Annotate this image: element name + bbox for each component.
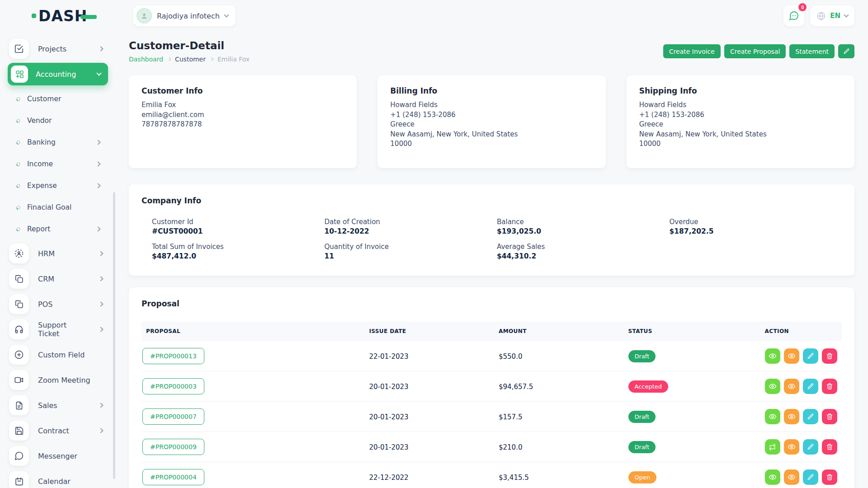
sidebar-item-messenger[interactable]: Messenger [9,443,115,469]
chevron-right-icon [98,251,103,256]
delete-button[interactable] [822,469,837,485]
statement-button[interactable]: Statement [789,44,835,58]
eye-icon [769,382,777,390]
eye-icon [769,473,777,481]
status-badge: Draft [628,411,656,423]
preview-button[interactable] [784,379,799,394]
stat-quantity-of-invoice: Quantity of Invoice 11 [325,243,497,260]
column-header-proposal: PROPOSAL [142,322,369,341]
status-badge: Open [628,471,657,483]
sidebar-item-income[interactable]: Income [9,153,115,175]
sidebar-item-finacial-goal[interactable]: Finacial Goal [9,197,115,218]
chevron-right-icon [95,140,100,145]
brand-logo[interactable]: DASH [32,9,133,23]
shipping-country: Greece [639,120,842,130]
amount: $210.0 [499,443,523,451]
edit-button[interactable] [803,469,818,485]
hrm-icon [9,244,29,263]
preview-button[interactable] [784,469,799,485]
stat-customer-id: Customer Id #CUST00001 [152,218,325,235]
delete-button[interactable] [822,348,837,364]
preview-button[interactable] [784,439,799,455]
customer-phone: 78787878787878 [142,120,344,130]
chevron-right-icon [98,301,103,306]
create-invoice-button[interactable]: Create Invoice [663,44,721,58]
proposal-id-link[interactable]: #PROP000007 [142,408,204,425]
view-button[interactable] [765,409,780,424]
sidebar-item-report[interactable]: Report [9,218,115,240]
breadcrumb-customer[interactable]: Customer [175,56,206,63]
card-title: Billing Info [390,86,593,95]
shipping-zip: 10000 [639,139,842,149]
edit-button[interactable] [803,348,818,364]
preview-button[interactable] [784,409,799,424]
trash-icon [826,413,833,420]
sidebar-item-accounting[interactable]: Accounting [8,63,108,85]
chevron-down-icon [96,70,101,75]
issue-date: 22-12-2022 [369,474,408,482]
proposal-id-link[interactable]: #PROP000013 [142,348,204,364]
sidebar-item-expense[interactable]: Expense [9,175,115,197]
chevron-down-icon [224,12,229,17]
breadcrumb-current: Emilia Fox [217,56,250,63]
issue-date: 20-01-2023 [369,383,408,391]
proposal-id-link[interactable]: #PROP000009 [142,439,204,455]
preview-button[interactable] [784,348,799,364]
view-button[interactable] [765,379,780,394]
sidebar-item-hrm[interactable]: HRM [9,241,115,266]
proposal-id-link[interactable]: #PROP000003 [142,378,204,394]
convert-button[interactable] [765,439,780,455]
delete-button[interactable] [822,409,837,424]
edit-button[interactable] [803,379,818,394]
edit-customer-button[interactable] [838,44,854,58]
stat-overdue: Overdue $187,202.5 [670,218,842,235]
sidebar-item-vendor[interactable]: Vendor [9,110,115,131]
create-proposal-button[interactable]: Create Proposal [724,44,786,58]
table-row: #PROP000009 20-01-2023 $210.0 Draft [142,432,842,462]
bullet-icon [15,161,21,167]
view-button[interactable] [765,348,780,364]
billing-name: Howard Fields [390,100,593,110]
sidebar-item-crm[interactable]: CRM [9,266,115,291]
view-button[interactable] [765,469,780,485]
amount: $94,657.5 [499,383,533,391]
logo-dot-icon [32,14,36,18]
sidebar-item-custom-field[interactable]: Custom Field [9,342,115,367]
card-title: Customer Info [142,86,344,95]
sidebar-item-calendar[interactable]: Calendar [9,469,115,488]
delete-button[interactable] [822,379,837,394]
trash-icon [826,383,833,390]
status-badge: Accepted [628,380,669,393]
table-row: #PROP000003 20-01-2023 $94,657.5 Accepte… [142,371,842,402]
sidebar-item-zoom-meeting[interactable]: Zoom Meeting [9,367,115,393]
sidebar-item-banking[interactable]: Banking [9,131,115,153]
sidebar-item-support-ticket[interactable]: Support Ticket [9,317,115,342]
workspace-switcher[interactable]: Rajodiya infotech [133,5,236,26]
breadcrumb-dashboard[interactable]: Dashboard [129,56,163,63]
sidebar-scrollbar[interactable] [113,192,115,479]
edit-button[interactable] [803,409,818,424]
copy-icon [9,294,29,314]
chevron-right-icon [95,183,100,188]
sidebar-item-projects[interactable]: Projects [9,36,115,61]
main-content: Customer-Detail Dashboard Customer Emili… [115,32,868,488]
chat-bubble-icon [9,446,29,466]
messages-button[interactable]: 0 [783,5,804,26]
billing-address: New Aasamj, New York, United States [390,130,593,140]
amount: $550.0 [499,352,523,361]
sidebar-item-customer[interactable]: Customer [9,88,115,110]
sidebar-item-pos[interactable]: POS [9,291,115,317]
sidebar-item-sales[interactable]: Sales [9,393,115,418]
edit-button[interactable] [803,439,818,455]
eye-icon [769,352,777,360]
billing-zip: 10000 [390,139,593,149]
sidebar-item-contract[interactable]: Contract [9,418,115,443]
eye-icon [788,473,796,481]
chevron-right-icon [95,226,100,231]
delete-button[interactable] [822,439,837,455]
calendar-icon [9,471,29,488]
chevron-right-icon [95,161,100,166]
proposal-id-link[interactable]: #PROP000004 [142,469,204,485]
language-selector[interactable]: EN [810,5,854,26]
check-square-icon [9,39,29,59]
